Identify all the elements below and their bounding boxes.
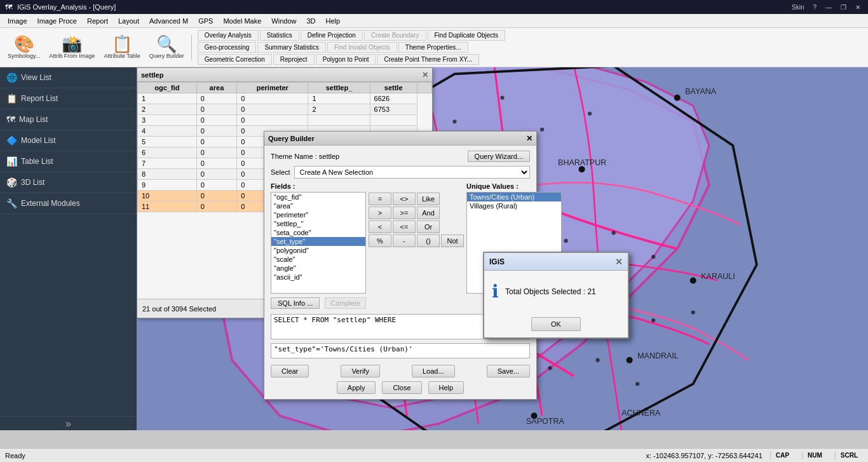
sidebar-item-map-list[interactable]: 🗺 Map List: [0, 109, 137, 130]
overlay-analysis-btn[interactable]: Overlay Analysis: [198, 30, 259, 41]
svg-point-29: [564, 239, 567, 243]
field-item[interactable]: "scale": [271, 255, 365, 264]
field-item[interactable]: "perimeter": [271, 210, 365, 219]
like-btn[interactable]: Like: [417, 193, 440, 205]
cell-settle: 6753: [370, 104, 417, 115]
statistics-btn[interactable]: Statistics: [260, 30, 299, 41]
op-minus[interactable]: -: [393, 234, 416, 247]
skin-label[interactable]: Skin: [789, 4, 806, 11]
summary-statistics-btn[interactable]: Summary Statistics: [257, 42, 326, 53]
verify-btn[interactable]: Verify: [341, 365, 380, 377]
geometric-correction-btn[interactable]: Geometric Correction: [198, 54, 272, 65]
save-btn[interactable]: Save...: [487, 365, 530, 377]
field-item[interactable]: "area": [271, 201, 365, 210]
qb-expression[interactable]: "set_type"='Towns/Cities (Urban)': [271, 343, 530, 358]
find-invalid-btn[interactable]: Find Invalid Objects: [327, 42, 397, 53]
table-row[interactable]: 2 0 0 2 6753: [138, 104, 432, 115]
apply-btn[interactable]: Apply: [337, 381, 376, 394]
field-item[interactable]: "ogc_fid": [271, 193, 365, 201]
attr-table-titlebar[interactable]: settlep ✕: [137, 68, 432, 82]
sidebar-item-table-list[interactable]: 📊 Table List: [0, 151, 137, 172]
qb-close-btn[interactable]: ✕: [526, 134, 532, 143]
cell-settle: 6626: [370, 93, 417, 104]
clear-btn[interactable]: Clear: [271, 365, 309, 377]
create-point-theme-btn[interactable]: Create Point Theme From XY...: [377, 54, 479, 65]
op-gte[interactable]: >=: [393, 207, 416, 219]
not-btn[interactable]: Not: [441, 234, 464, 247]
query-builder-btn[interactable]: 🔍 Query Builder: [146, 34, 188, 61]
op-lte[interactable]: <=: [393, 221, 416, 233]
load-btn[interactable]: Load...: [412, 365, 455, 377]
op-ne[interactable]: <>: [393, 193, 416, 205]
svg-point-6: [690, 278, 696, 284]
menu-image-proce[interactable]: Image Proce: [32, 16, 82, 26]
igis-info-dialog: IGiS ✕ ℹ Total Objects Selected : 21 OK: [483, 252, 629, 339]
attribute-table-btn[interactable]: 📋 Attribute Table: [100, 34, 144, 61]
define-projection-btn[interactable]: Define Projection: [301, 30, 363, 41]
reproject-btn[interactable]: Reproject: [273, 54, 315, 65]
symbology-btn[interactable]: 🎨 Symbology...: [4, 34, 44, 61]
dialog-close-btn[interactable]: Close: [382, 381, 421, 394]
table-row[interactable]: 3 0 0: [138, 115, 432, 126]
theme-name-row: Theme Name : settlep Query Wizard...: [271, 151, 530, 162]
op-pct[interactable]: %: [369, 234, 391, 247]
op-lt[interactable]: <: [369, 221, 391, 233]
sql-info-btn[interactable]: SQL Info ...: [271, 297, 320, 309]
igis-title-text: IGiS: [489, 257, 505, 266]
sidebar-item-report-list[interactable]: 📋 Report List: [0, 88, 137, 109]
title-bar-controls[interactable]: Skin ? — ❐ ✕: [789, 4, 863, 11]
unique-item-villages[interactable]: Villages (Rural): [467, 201, 561, 210]
maximize-btn[interactable]: ❐: [838, 4, 849, 11]
attr-table-close-btn[interactable]: ✕: [422, 71, 428, 79]
menu-image[interactable]: Image: [3, 16, 32, 26]
op-gt[interactable]: >: [369, 207, 391, 219]
sidebar-item-model-list[interactable]: 🔷 Model List: [0, 130, 137, 151]
attrib-from-image-btn[interactable]: 📸 Attrib From Image: [45, 34, 98, 61]
menu-report[interactable]: Report: [82, 16, 113, 26]
help-btn[interactable]: ?: [810, 4, 819, 11]
geo-processing-btn[interactable]: Geo-processing: [198, 42, 257, 53]
sidebar-item-view-list[interactable]: 🌐 View List: [0, 67, 137, 88]
polygon-to-point-btn[interactable]: Polygon to Point: [316, 54, 376, 65]
theme-properties-btn[interactable]: Theme Properties...: [398, 42, 468, 53]
sidebar-item-3d-list[interactable]: 🎲 3D List: [0, 172, 137, 193]
qb-fields-list[interactable]: "ogc_fid""area""perimeter""settlep_""set…: [271, 192, 366, 294]
unique-item-towns[interactable]: Towns/Cities (Urban): [467, 193, 561, 201]
title-bar-left: 🗺 IGiS Overlay_Analysis - [Query]: [5, 3, 116, 11]
attr-table-title-text: settlep: [141, 71, 163, 79]
field-item[interactable]: "settlep_": [271, 219, 365, 228]
close-btn[interactable]: ✕: [853, 4, 863, 11]
menu-model-make[interactable]: Model Make: [218, 16, 266, 26]
field-item[interactable]: "seta_code": [271, 228, 365, 237]
table-row[interactable]: 1 0 0 1 6626: [138, 93, 432, 104]
and-btn[interactable]: And: [417, 207, 440, 219]
igis-ok-btn[interactable]: OK: [531, 317, 581, 331]
op-parens[interactable]: (): [417, 234, 440, 247]
query-wizard-btn[interactable]: Query Wizard...: [468, 151, 530, 162]
find-duplicate-btn[interactable]: Find Duplicate Objects: [428, 30, 506, 41]
query-builder-titlebar[interactable]: Query Builder ✕: [264, 132, 536, 146]
menu-layout[interactable]: Layout: [113, 16, 144, 26]
help-btn[interactable]: Help: [428, 381, 465, 394]
sidebar-expand-btn[interactable]: »: [65, 418, 71, 430]
field-item[interactable]: "set_type": [271, 237, 365, 246]
svg-text:BAYANA: BAYANA: [685, 87, 717, 96]
op-eq[interactable]: =: [369, 193, 391, 205]
select-dropdown[interactable]: Create A New Selection: [294, 166, 530, 179]
cell-area: 0: [196, 201, 236, 212]
field-item[interactable]: "ascii_id": [271, 273, 365, 282]
title-bar: 🗺 IGiS Overlay_Analysis - [Query] Skin ?…: [0, 0, 868, 14]
menu-gps[interactable]: GPS: [193, 16, 218, 26]
igis-close-btn[interactable]: ✕: [615, 257, 623, 267]
igis-title-bar[interactable]: IGiS ✕: [484, 253, 628, 271]
or-btn[interactable]: Or: [417, 221, 440, 233]
menu-advanced-m[interactable]: Advanced M: [144, 16, 193, 26]
menu-window[interactable]: Window: [266, 16, 301, 26]
create-boundary-btn[interactable]: Create Boundary: [364, 30, 426, 41]
sidebar-item-external-modules[interactable]: 🔧 External Modules: [0, 193, 137, 214]
field-item[interactable]: "polygonid": [271, 246, 365, 255]
menu-help[interactable]: Help: [321, 16, 346, 26]
menu-3d[interactable]: 3D: [301, 16, 320, 26]
field-item[interactable]: "angle": [271, 264, 365, 273]
minimize-btn[interactable]: —: [823, 4, 834, 11]
